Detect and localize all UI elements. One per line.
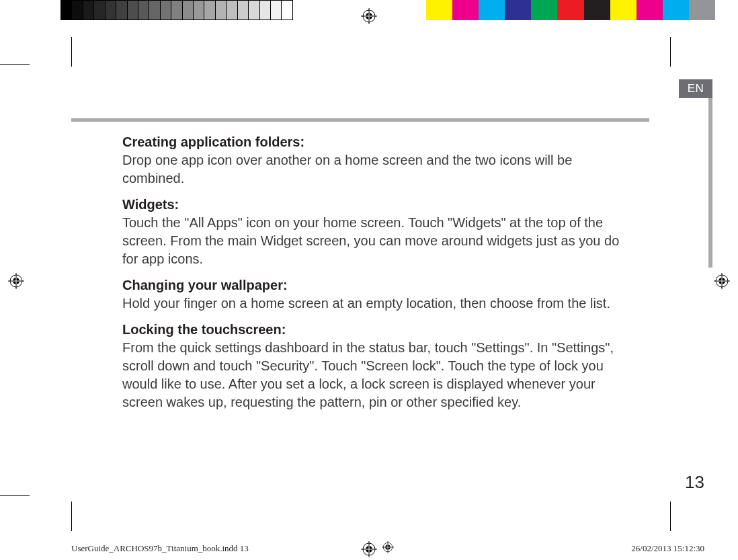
color-swatch [259, 0, 270, 20]
color-swatch [93, 0, 104, 20]
section-widgets: Widgets: Touch the "All Apps" icon on yo… [122, 196, 633, 268]
color-swatch [204, 0, 214, 20]
print-page: EN Creating application folders: Drop on… [0, 0, 738, 560]
page-number: 13 [685, 472, 704, 493]
color-swatch [105, 0, 116, 20]
language-tab: EN [679, 79, 712, 98]
color-swatch [171, 0, 181, 20]
color-swatch [237, 0, 248, 20]
color-swatch [270, 0, 281, 20]
color-swatch [248, 0, 259, 20]
slug-datetime: 26/02/2013 15:12:30 [631, 543, 704, 554]
section-lock-touchscreen: Locking the touchscreen: From the quick … [122, 321, 633, 411]
section-wallpaper: Changing your wallpaper: Hold your finge… [122, 276, 633, 313]
color-swatch [610, 0, 637, 20]
crop-mark [670, 37, 671, 67]
section-body: From the quick settings dashboard in the… [122, 339, 633, 411]
color-swatch [83, 0, 93, 20]
crop-mark [71, 37, 72, 67]
section-body: Drop one app icon over another on a home… [122, 151, 633, 188]
color-swatch [637, 0, 663, 20]
crop-mark [0, 495, 30, 496]
top-rule [71, 118, 649, 122]
color-swatch [149, 0, 159, 20]
color-swatch [138, 0, 149, 20]
registration-mark-icon [382, 541, 394, 556]
section-body: Hold your finger on a home screen at an … [122, 294, 633, 313]
body-content: Creating application folders: Drop one a… [122, 133, 633, 419]
color-swatch [71, 0, 82, 20]
color-swatch [452, 0, 479, 20]
slug-filename: UserGuide_ARCHOS97b_Titanium_book.indd 1… [71, 543, 249, 554]
crop-mark [670, 502, 671, 531]
color-swatch [479, 0, 505, 20]
section-title: Changing your wallpaper: [122, 276, 633, 294]
color-swatch [426, 0, 452, 20]
grayscale-colorbar [60, 0, 293, 20]
crop-mark [71, 502, 72, 531]
color-swatch [116, 0, 126, 20]
color-swatch [182, 0, 193, 20]
crop-mark [0, 64, 30, 65]
color-swatch [127, 0, 138, 20]
section-body: Touch the "All Apps" icon on your home s… [122, 214, 633, 268]
color-swatch [689, 0, 715, 20]
color-swatch [193, 0, 204, 20]
section-title: Creating application folders: [122, 133, 633, 151]
color-swatch [505, 0, 531, 20]
print-slug-line: UserGuide_ARCHOS97b_Titanium_book.indd 1… [71, 543, 704, 554]
color-swatch [215, 0, 226, 20]
color-swatch [226, 0, 237, 20]
registration-mark-icon [8, 273, 24, 289]
registration-mark-icon [714, 273, 730, 289]
section-creating-folders: Creating application folders: Drop one a… [122, 133, 633, 188]
color-swatch [281, 0, 292, 20]
section-title: Widgets: [122, 196, 633, 214]
registration-mark-icon [361, 8, 377, 24]
color-swatch [160, 0, 171, 20]
section-title: Locking the touchscreen: [122, 321, 633, 339]
color-swatch [531, 0, 557, 20]
color-swatch [663, 0, 689, 20]
color-swatch [557, 0, 583, 20]
side-rule [708, 98, 712, 268]
color-colorbar [426, 0, 715, 20]
color-swatch [60, 0, 71, 20]
color-swatch [584, 0, 610, 20]
